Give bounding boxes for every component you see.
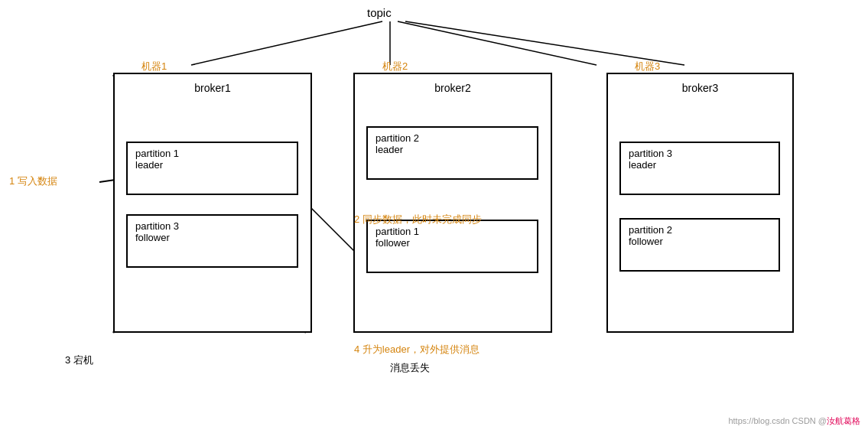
svg-line-0 <box>191 21 382 65</box>
machine3-label: 机器3 <box>635 60 660 73</box>
partition1-follower-name: partition 1 <box>375 226 529 237</box>
partition3-follower-box: partition 3 follower <box>126 214 298 268</box>
partition3-leader-box: partition 3 leader <box>619 142 780 195</box>
broker2-label: broker2 <box>355 74 551 100</box>
broker3-box: broker3 partition 3 leader partition 2 f… <box>606 73 794 333</box>
broker3-label: broker3 <box>608 74 792 100</box>
broker1-label: broker1 <box>115 74 310 100</box>
partition2-leader-role: leader <box>375 144 529 155</box>
watermark-prefix: https://blog.csdn CSDN @ <box>728 416 827 425</box>
partition1-leader-role: leader <box>135 159 289 171</box>
svg-line-2 <box>398 21 597 65</box>
partition3-follower-role: follower <box>135 232 289 243</box>
partition1-follower-role: follower <box>375 237 529 249</box>
partition3-leader-name: partition 3 <box>629 148 771 159</box>
annotation-promote: 4 升为leader，对外提供消息 <box>354 343 480 356</box>
annotation-write: 1 写入数据 <box>9 174 57 188</box>
watermark-highlight: 汝航葛格 <box>827 416 860 425</box>
broker2-box: broker2 partition 2 leader partition 1 f… <box>353 73 552 333</box>
annotation-sync: 2 同步数据，此时未完成同步 <box>354 213 482 226</box>
partition2-leader-box: partition 2 leader <box>366 126 538 180</box>
watermark: https://blog.csdn CSDN @汝航葛格 <box>728 415 860 427</box>
partition2-leader-name: partition 2 <box>375 132 529 144</box>
annotation-loss: 消息丢失 <box>390 361 430 375</box>
machine2-label: 机器2 <box>382 60 408 73</box>
broker1-box: broker1 partition 1 leader partition 3 f… <box>113 73 312 333</box>
partition1-leader-box: partition 1 leader <box>126 142 298 195</box>
topic-label: topic <box>367 6 392 19</box>
svg-line-3 <box>405 21 684 65</box>
machine1-label: 机器1 <box>141 60 167 73</box>
partition2-follower-name: partition 2 <box>629 224 771 236</box>
partition1-follower-box: partition 1 follower <box>366 220 538 273</box>
diagram-container: topic 机器1 机器2 机器3 broker1 partition 1 le… <box>0 0 868 433</box>
partition3-leader-role: leader <box>629 159 771 171</box>
partition3-follower-name: partition 3 <box>135 220 289 232</box>
partition2-follower-box: partition 2 follower <box>619 218 780 272</box>
partition1-leader-name: partition 1 <box>135 148 289 159</box>
annotation-crash: 3 宕机 <box>65 353 93 367</box>
partition2-follower-role: follower <box>629 236 771 247</box>
